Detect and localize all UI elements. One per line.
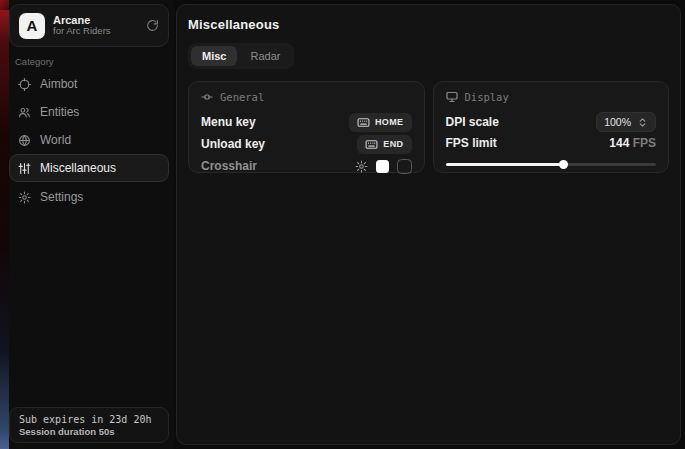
- chevrons-up-down-icon: [637, 117, 648, 128]
- unload-key-bind-button[interactable]: END: [357, 135, 411, 154]
- tab-radar[interactable]: Radar: [239, 46, 291, 66]
- display-card: Display DPI scale 100% FPS limit: [433, 81, 670, 173]
- fps-limit-row: FPS limit 144 FPS: [446, 133, 657, 152]
- dpi-scale-label: DPI scale: [446, 115, 499, 129]
- keyboard-icon: [365, 138, 378, 151]
- dpi-scale-value: 100%: [604, 116, 631, 128]
- fps-slider-thumb[interactable]: [559, 160, 568, 169]
- subscription-status-card: Sub expires in 23d 20h Session duration …: [9, 407, 169, 443]
- sidebar-item-label: Entities: [40, 105, 79, 119]
- tab-misc[interactable]: Misc: [191, 46, 237, 66]
- unload-key-label: Unload key: [201, 137, 265, 151]
- page-title: Miscellaneous: [188, 17, 669, 32]
- sidebar-item-aimbot[interactable]: Aimbot: [9, 70, 169, 98]
- menu-key-row: Menu key HOME: [201, 111, 412, 133]
- crosshair-checkbox[interactable]: [397, 159, 412, 174]
- brand-card: A Arcane for Arc Riders: [9, 4, 169, 47]
- sub-expiry-text: Sub expires in 23d 20h: [19, 414, 159, 425]
- menu-key-label: Menu key: [201, 115, 256, 129]
- tab-bar: Misc Radar: [188, 43, 294, 69]
- unload-key-row: Unload key END: [201, 133, 412, 155]
- sliders-horizontal-icon: [201, 91, 213, 103]
- menu-key-value: HOME: [375, 117, 404, 127]
- sidebar-nav: Aimbot Entities World: [9, 70, 169, 211]
- display-card-header: Display: [446, 91, 657, 103]
- crosshair-controls: [355, 159, 412, 174]
- app-window: A Arcane for Arc Riders Category Aimbot: [0, 0, 685, 449]
- crosshair-settings-icon[interactable]: [355, 160, 368, 173]
- brand-text: Arcane for Arc Riders: [53, 14, 138, 38]
- sidebar: A Arcane for Arc Riders Category Aimbot: [9, 0, 174, 449]
- crosshair-row: Crosshair: [201, 155, 412, 177]
- session-duration-text: Session duration 50s: [19, 426, 159, 437]
- fps-limit-slider[interactable]: [446, 160, 657, 169]
- crosshair-icon: [18, 78, 31, 91]
- desktop-edge-bleed: [0, 0, 9, 449]
- sidebar-item-miscellaneous[interactable]: Miscellaneous: [9, 154, 169, 182]
- keyboard-icon: [357, 116, 370, 129]
- refresh-icon[interactable]: [146, 19, 159, 32]
- fps-limit-label: FPS limit: [446, 136, 497, 150]
- sidebar-item-label: Aimbot: [40, 77, 77, 91]
- main-panel: Miscellaneous Misc Radar General: [176, 4, 681, 445]
- general-card-header: General: [201, 91, 412, 103]
- globe-icon: [18, 134, 31, 147]
- sidebar-item-label: Miscellaneous: [40, 161, 116, 175]
- display-card-title: Display: [465, 91, 509, 103]
- menu-key-bind-button[interactable]: HOME: [349, 113, 412, 132]
- crosshair-color-swatch[interactable]: [376, 160, 389, 173]
- app-subtitle: for Arc Riders: [53, 26, 138, 37]
- sidebar-item-entities[interactable]: Entities: [9, 98, 169, 126]
- fps-limit-value: 144 FPS: [609, 136, 656, 150]
- fps-slider-fill: [446, 163, 564, 166]
- category-label: Category: [15, 56, 54, 67]
- sidebar-item-world[interactable]: World: [9, 126, 169, 154]
- gear-icon: [18, 191, 31, 204]
- app-logo: A: [19, 13, 45, 39]
- dpi-scale-row: DPI scale 100%: [446, 111, 657, 133]
- sidebar-item-label: Settings: [40, 190, 83, 204]
- dpi-scale-select[interactable]: 100%: [596, 112, 656, 132]
- settings-cards: General Menu key HOME Unload key: [188, 81, 669, 173]
- general-card-title: General: [220, 91, 264, 103]
- monitor-icon: [446, 91, 458, 103]
- unload-key-value: END: [383, 139, 403, 149]
- sidebar-item-settings[interactable]: Settings: [9, 183, 169, 211]
- sidebar-item-label: World: [40, 133, 71, 147]
- entities-icon: [18, 106, 31, 119]
- fps-unit: FPS: [633, 136, 656, 150]
- general-card: General Menu key HOME Unload key: [188, 81, 425, 173]
- crosshair-label: Crosshair: [201, 159, 257, 173]
- sliders-icon: [18, 162, 31, 175]
